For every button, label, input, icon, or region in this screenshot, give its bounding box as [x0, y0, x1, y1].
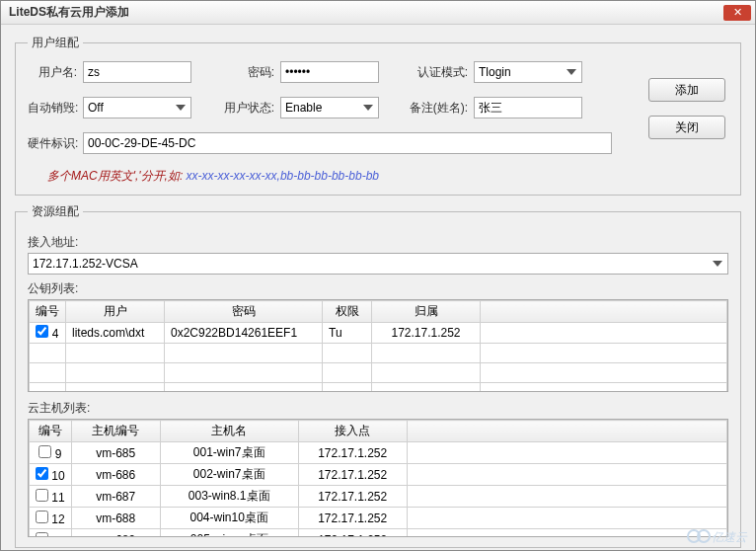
side-buttons: 添加 关闭 — [648, 78, 725, 153]
pk-col-spacer — [481, 301, 727, 323]
table-row[interactable]: 11vm-687003-win8.1桌面172.17.1.252 — [30, 486, 727, 508]
close-icon[interactable]: ✕ — [723, 5, 751, 21]
username-input[interactable] — [83, 61, 191, 83]
table-row — [30, 363, 727, 383]
auth-label: 认证模式: — [399, 64, 474, 81]
title-bar: LiteDS私有云用户添加 ✕ — [1, 1, 755, 25]
pk-col-pwd: 密码 — [165, 301, 323, 323]
password-label: 密码: — [211, 64, 280, 81]
vm-scroll[interactable]: 编号 主机编号 主机名 接入点 9vm-685001-win7桌面172.17.… — [29, 420, 727, 536]
content-area: 添加 关闭 用户组配 用户名: 密码: 认证模式: Tlogin 自动销毁: O… — [1, 25, 755, 550]
mac-hint-text: 多个MAC用英文','分开,如: — [47, 169, 187, 183]
pk-col-belong: 归属 — [372, 301, 481, 323]
dialog-window: LiteDS私有云用户添加 ✕ 添加 关闭 用户组配 用户名: 密码: 认证模式… — [0, 0, 756, 551]
mac-hint: 多个MAC用英文','分开,如: xx-xx-xx-xx-xx-xx,bb-bb… — [47, 168, 612, 185]
autodestroy-label: 自动销毁: — [28, 100, 83, 117]
row-checkbox[interactable] — [38, 445, 51, 458]
status-select[interactable]: Enable — [280, 97, 379, 118]
vm-table-wrap: 编号 主机编号 主机名 接入点 9vm-685001-win7桌面172.17.… — [28, 419, 728, 537]
row-checkbox[interactable] — [36, 532, 48, 537]
resource-group-legend: 资源组配 — [28, 203, 83, 220]
row-checkbox[interactable] — [36, 325, 48, 338]
remark-input[interactable] — [474, 97, 582, 118]
table-row — [30, 344, 727, 363]
table-row[interactable]: 13vm-689005-winxp桌面172.17.1.252 — [30, 529, 727, 537]
access-label: 接入地址: — [28, 234, 728, 251]
table-row — [30, 383, 727, 392]
vm-col-hostno: 主机编号 — [71, 421, 160, 442]
table-row[interactable]: 4liteds.com\dxt0x2C922BD14261EEF1Tu172.1… — [30, 323, 727, 344]
vm-table: 编号 主机编号 主机名 接入点 9vm-685001-win7桌面172.17.… — [29, 420, 727, 536]
username-label: 用户名: — [28, 64, 83, 81]
auth-select[interactable]: Tlogin — [474, 61, 582, 83]
vm-col-access: 接入点 — [298, 421, 407, 442]
window-title: LiteDS私有云用户添加 — [9, 4, 129, 21]
row-checkbox[interactable] — [36, 511, 48, 523]
remark-label: 备注(姓名): — [399, 100, 474, 117]
user-group-legend: 用户组配 — [28, 35, 83, 51]
autodestroy-select[interactable]: Off — [83, 97, 191, 118]
vm-col-no: 编号 — [30, 421, 72, 442]
vm-label: 云主机列表: — [28, 400, 728, 417]
pk-col-no: 编号 — [30, 301, 66, 323]
pk-col-perm: 权限 — [323, 301, 372, 323]
status-label: 用户状态: — [211, 100, 280, 117]
hw-label: 硬件标识: — [28, 135, 83, 152]
row-checkbox[interactable] — [36, 467, 48, 480]
vm-col-spacer — [407, 421, 726, 442]
pubkey-scroll[interactable]: 编号 用户 密码 权限 归属 4liteds.com\dxt0x2C922BD1… — [29, 300, 727, 391]
pubkey-label: 公钥列表: — [28, 280, 728, 297]
password-input[interactable] — [280, 61, 379, 83]
row-checkbox[interactable] — [36, 489, 48, 502]
mac-hint-example: xx-xx-xx-xx-xx-xx,bb-bb-bb-bb-bb-bb — [187, 169, 379, 183]
resource-group-fieldset: 资源组配 接入地址: 172.17.1.252-VCSA 公钥列表: 编号 用户… — [15, 203, 741, 548]
add-button[interactable]: 添加 — [648, 78, 725, 102]
pubkey-table-wrap: 编号 用户 密码 权限 归属 4liteds.com\dxt0x2C922BD1… — [28, 299, 728, 392]
access-select[interactable]: 172.17.1.252-VCSA — [28, 253, 728, 275]
pubkey-table: 编号 用户 密码 权限 归属 4liteds.com\dxt0x2C922BD1… — [29, 300, 727, 391]
user-group-fieldset: 用户组配 用户名: 密码: 认证模式: Tlogin 自动销毁: Off 用户状… — [15, 35, 741, 196]
pk-col-user: 用户 — [66, 301, 165, 323]
hw-input[interactable] — [83, 132, 612, 154]
table-row[interactable]: 9vm-685001-win7桌面172.17.1.252 — [30, 442, 727, 464]
close-button[interactable]: 关闭 — [648, 116, 725, 139]
table-row[interactable]: 10vm-686002-win7桌面172.17.1.252 — [30, 464, 727, 486]
table-row[interactable]: 12vm-688004-win10桌面172.17.1.252 — [30, 508, 727, 529]
vm-col-hostname: 主机名 — [160, 421, 298, 442]
